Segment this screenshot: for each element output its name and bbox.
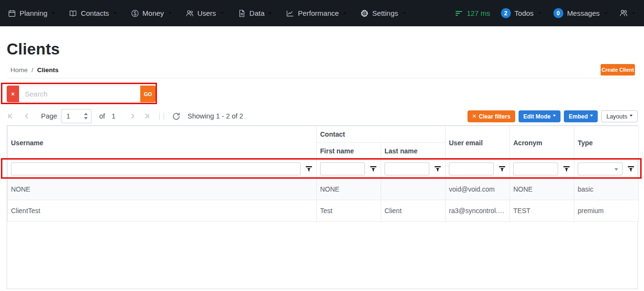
- latency-indicator: 127 ms: [456, 9, 490, 17]
- embed-button[interactable]: Embed: [564, 110, 598, 122]
- nav-item-users[interactable]: Users: [186, 9, 225, 18]
- spinner-down-icon[interactable]: [84, 117, 88, 119]
- filter-input-user-email[interactable]: [449, 162, 494, 175]
- column-header-last-name[interactable]: Last name: [381, 143, 446, 160]
- caret-down-icon: [614, 168, 618, 171]
- filter-cell-type: [574, 160, 639, 179]
- filter-icon[interactable]: [562, 165, 571, 173]
- column-header-user-email[interactable]: User email: [446, 126, 510, 160]
- cell-user-email: ra3@syncontrol.c...: [446, 200, 510, 222]
- chevron-down-icon: [342, 11, 347, 16]
- nav-item-todos[interactable]: 2 Todos: [501, 8, 543, 18]
- column-group-contact: Contact: [317, 126, 446, 143]
- filter-cell-username: [8, 160, 317, 179]
- filter-select-type[interactable]: [578, 162, 623, 175]
- filter-icon[interactable]: [369, 165, 377, 173]
- cell-value: NONE: [11, 185, 30, 193]
- of-label: of: [99, 112, 105, 120]
- cell-value: premium: [578, 207, 603, 215]
- clients-table: Username Contact User email Acronym Type…: [7, 126, 639, 222]
- edit-mode-button[interactable]: Edit Mode: [519, 110, 561, 122]
- column-header-type[interactable]: Type: [574, 126, 639, 160]
- filter-icon[interactable]: [434, 165, 442, 173]
- first-page-button[interactable]: [7, 112, 14, 120]
- nav-item-messages[interactable]: 0 Messages: [553, 8, 609, 18]
- search-clear-button[interactable]: ×: [7, 86, 19, 102]
- nav-status-area: 127 ms 2 Todos 0 Messages: [456, 8, 636, 18]
- nav-item-money[interactable]: Money: [131, 9, 173, 18]
- nav-item-settings[interactable]: Settings: [360, 9, 406, 18]
- nav-label: Money: [143, 9, 164, 17]
- clear-filters-label: Clear filters: [479, 113, 510, 120]
- breadcrumb: Home / Clients: [10, 66, 59, 74]
- cell-last-name: Client: [381, 200, 446, 222]
- create-client-button[interactable]: Create Client: [601, 64, 635, 75]
- embed-label: Embed: [569, 113, 588, 120]
- breadcrumb-separator: /: [31, 66, 33, 74]
- nav-menu: Planning Contacts Money Users Data Perfo…: [8, 9, 407, 18]
- column-header-acronym[interactable]: Acronym: [510, 126, 574, 160]
- clear-filters-button[interactable]: ✕ Clear filters: [467, 110, 515, 122]
- nav-item-performance[interactable]: Performance: [286, 9, 347, 18]
- line-chart-icon: [286, 9, 294, 18]
- chevron-down-icon: [219, 11, 225, 16]
- column-header-username[interactable]: Username: [8, 126, 317, 160]
- cell-username: ClientTest: [8, 200, 317, 222]
- refresh-icon: [172, 112, 181, 121]
- layouts-label: Layouts: [606, 113, 627, 120]
- next-page-button[interactable]: [129, 112, 136, 120]
- chevron-down-icon: [268, 11, 273, 16]
- pager-separator: [159, 113, 160, 120]
- account-menu[interactable]: [619, 9, 636, 18]
- chevron-down-icon: [402, 11, 407, 16]
- latency-value: 127 ms: [467, 9, 490, 17]
- column-group-label: Contact: [320, 130, 345, 138]
- nav-item-data[interactable]: Data: [238, 9, 273, 18]
- search-bar: × GO: [7, 86, 156, 102]
- cell-value: Client: [384, 207, 402, 215]
- filter-input-username[interactable]: [11, 162, 301, 175]
- breadcrumb-home-link[interactable]: Home: [10, 66, 28, 74]
- account-users-icon: [619, 9, 628, 18]
- table-row[interactable]: NONE NONE void@void.com NONE basic: [8, 179, 639, 200]
- cell-value: NONE: [513, 185, 532, 193]
- column-header-label: First name: [320, 147, 354, 155]
- filter-icon[interactable]: [498, 165, 506, 173]
- nav-item-contacts[interactable]: Contacts: [69, 9, 117, 18]
- spinner-up-icon[interactable]: [84, 113, 88, 115]
- nav-item-planning[interactable]: Planning: [8, 9, 56, 18]
- chevron-down-icon: [51, 11, 56, 16]
- refresh-button[interactable]: [172, 112, 181, 121]
- header-divider: [7, 78, 638, 78]
- page-spinner: [84, 109, 88, 123]
- filter-cell-first-name: [317, 160, 381, 179]
- filter-icon[interactable]: [627, 165, 635, 173]
- filter-cell-last-name: [381, 160, 446, 179]
- column-header-label: Last name: [384, 147, 417, 155]
- filter-icon[interactable]: [305, 165, 313, 173]
- last-page-button[interactable]: [143, 112, 151, 120]
- prev-page-button[interactable]: [23, 112, 31, 120]
- chevron-down-icon: [113, 11, 118, 16]
- filter-input-acronym[interactable]: [513, 162, 558, 175]
- search-input[interactable]: [19, 86, 140, 102]
- filter-input-first-name[interactable]: [320, 162, 365, 175]
- table-row[interactable]: ClientTest Test Client ra3@syncontrol.c.…: [8, 200, 639, 222]
- filter-input-last-name[interactable]: [384, 162, 429, 175]
- cell-acronym: TEST: [510, 200, 574, 222]
- filter-cell-acronym: [510, 160, 574, 179]
- page-number-box: [61, 109, 92, 123]
- todos-count-badge: 2: [501, 8, 511, 18]
- caret-down-icon: [630, 115, 633, 117]
- chevron-down-icon: [538, 11, 543, 16]
- filter-row: [8, 160, 639, 179]
- chevron-down-icon: [603, 11, 609, 16]
- todos-label: Todos: [515, 9, 534, 17]
- page-number-input[interactable]: [62, 112, 81, 120]
- layouts-button[interactable]: Layouts: [601, 110, 638, 122]
- chevron-down-icon: [631, 11, 636, 16]
- showing-status: Showing 1 - 2 of 2: [187, 112, 243, 120]
- column-header-first-name[interactable]: First name: [317, 143, 381, 160]
- search-go-button[interactable]: GO: [140, 86, 156, 102]
- gear-icon: [360, 9, 369, 18]
